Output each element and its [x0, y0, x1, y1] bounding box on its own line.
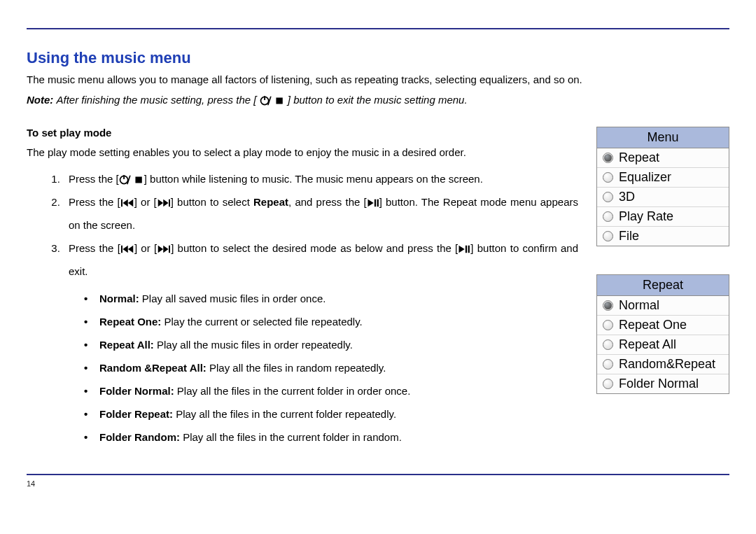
mode-repeat-one: Repeat One: Play the current or selected…: [99, 310, 578, 333]
mode-folder-random: Folder Random: Play all the files in the…: [99, 426, 578, 449]
menu-item: Repeat One: [597, 315, 729, 335]
menu-item-label: Folder Normal: [619, 377, 699, 391]
step-2: Press the [] or [] button to select Repe…: [63, 190, 578, 237]
note-label: Note:: [27, 94, 53, 106]
menu-item: Normal: [597, 296, 729, 315]
mode-normal: Normal: Play all saved music files in or…: [99, 287, 578, 310]
menu-item-label: Play Rate: [619, 209, 673, 224]
radio-icon: [603, 211, 613, 222]
menu-item: 3D: [597, 187, 729, 206]
note-text-after: ] button to exit the music setting menu.: [288, 94, 468, 106]
step-1: Press the [] button while listening to m…: [63, 167, 578, 190]
step2-c: ] button to select: [171, 196, 253, 208]
menu-item: Random&Repeat: [597, 354, 729, 374]
mode-random-repeat-all: Random &Repeat All: Play all the files i…: [99, 356, 578, 379]
bottom-rule: [27, 474, 729, 475]
radio-icon: [603, 231, 613, 241]
prev-icon: [120, 198, 134, 208]
radio-icon: [603, 172, 613, 183]
menu-item: Equalizer: [597, 167, 729, 187]
left-column: To set play mode The play mode setting e…: [27, 127, 578, 449]
right-column: Menu RepeatEqualizer3DPlay RateFile Repe…: [596, 127, 729, 394]
power-stop-icon: [260, 96, 285, 106]
mode-folder-normal: Folder Normal: Play all the files in the…: [99, 379, 578, 402]
menu-item-label: Normal: [619, 298, 659, 313]
step3-a: Press the [: [69, 242, 120, 254]
note-text-before: After finishing the music setting, press…: [57, 94, 257, 106]
radio-icon: [603, 300, 613, 311]
menu-item-label: 3D: [619, 190, 635, 204]
menu-item-label: Equalizer: [619, 170, 671, 185]
menu-item-label: Random&Repeat: [619, 357, 715, 372]
playmode-intro: The play mode setting enables you to sel…: [27, 144, 578, 160]
step3-c: ] button to select the desired mode as b…: [171, 242, 458, 254]
radio-icon: [603, 359, 613, 370]
step1-a: Press the [: [69, 173, 119, 185]
radio-icon: [603, 339, 613, 350]
next-icon: [157, 244, 171, 254]
menu-screenshot-repeat: Repeat NormalRepeat OneRepeat AllRandom&…: [596, 274, 729, 394]
mode-repeat-all: Repeat All: Play all the music files in …: [99, 333, 578, 356]
page-number: 14: [27, 479, 729, 488]
menu-item-label: Repeat: [619, 150, 659, 165]
radio-icon: [603, 153, 613, 163]
intro-paragraph: The music menu allows you to manage all …: [27, 71, 729, 87]
menu-item: Folder Normal: [597, 374, 729, 393]
play-pause-icon: [367, 198, 379, 208]
step1-b: ] button while listening to music. The m…: [144, 173, 483, 185]
step2-repeat: Repeat: [253, 196, 288, 208]
step2-d: , and press the [: [288, 196, 367, 208]
power-stop-icon: [119, 175, 144, 185]
menu-item: File: [597, 226, 729, 246]
note-paragraph: Note: After finishing the music setting,…: [27, 92, 729, 108]
prev-icon: [120, 244, 134, 254]
sub-title: To set play mode: [27, 127, 578, 139]
step-3: Press the [] or [] button to select the …: [63, 237, 578, 449]
radio-icon: [603, 192, 613, 202]
top-rule: [27, 28, 729, 29]
step3-b: ] or [: [134, 242, 157, 254]
menu-item-label: Repeat All: [619, 337, 676, 352]
menu-screenshot-main: Menu RepeatEqualizer3DPlay RateFile: [596, 127, 729, 246]
radio-icon: [603, 320, 613, 330]
modes-list: Normal: Play all saved music files in or…: [69, 287, 578, 449]
steps-list: Press the [] button while listening to m…: [27, 167, 578, 449]
menu-item-label: Repeat One: [619, 318, 687, 332]
menu-item: Repeat: [597, 148, 729, 167]
next-icon: [157, 198, 171, 208]
manual-page: Using the music menu The music menu allo…: [0, 0, 756, 502]
play-pause-icon: [458, 244, 470, 254]
mode-folder-repeat: Folder Repeat: Play all the files in the…: [99, 402, 578, 426]
menu-title: Repeat: [597, 275, 729, 296]
menu-title: Menu: [597, 127, 729, 148]
radio-icon: [603, 379, 613, 389]
section-title: Using the music menu: [27, 49, 729, 67]
step2-a: Press the [: [69, 196, 120, 208]
content-columns: To set play mode The play mode setting e…: [27, 127, 729, 449]
step2-b: ] or [: [134, 196, 157, 208]
menu-item-label: File: [619, 229, 639, 244]
menu-item: Play Rate: [597, 206, 729, 226]
menu-item: Repeat All: [597, 335, 729, 354]
